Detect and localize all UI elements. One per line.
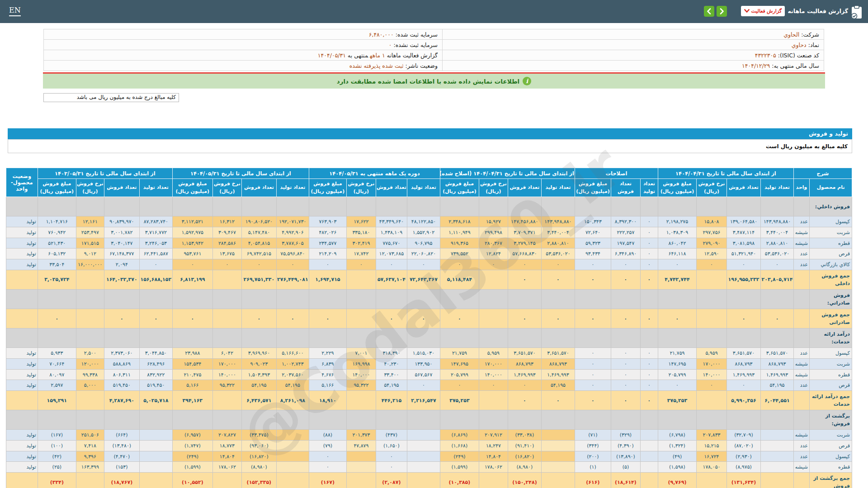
section-empty-cell [346,197,376,216]
value-cell: (۸,۹۸۰) [508,462,541,473]
prev-report-button[interactable] [704,6,714,17]
value-cell: ۲۰۷,۸۳۳ [696,430,726,441]
section-empty-cell [640,410,658,430]
section-empty-cell [793,410,809,430]
value-cell: (۳۳,۴۷۵) [241,430,276,441]
value-cell: ۲,۰۳۷,۵۶۰ [276,369,309,380]
table-row: شربتشیشه۸۶۸,۷۹۳۸۶۸,۷۹۳۱۷۰,۰۰۰۱۴۷,۶۹۵۰۰۰۸… [6,359,852,370]
section-empty-cell [658,328,696,348]
table-row: شربتشیشه۳,۴۴۰,۰۰۴۳,۴۸۷,۱۱۴۲۹۷,۷۵۶۱,۰۳۸,۳… [6,227,852,238]
section-empty-cell [793,328,809,348]
value-cell [212,473,241,488]
value-cell: ۵,۹۵۹ [479,348,508,359]
value-cell: (۱۳,۴۸۰) [104,441,139,451]
section-empty-cell [139,289,172,309]
value-cell: (۱۶۷) [309,473,346,488]
value-cell: ۷۰,۶۶۴ [38,359,76,370]
value-cell: ۰ [309,309,346,328]
value-cell: ۳,۰۴۰,۱۴۷ [104,238,139,249]
value-cell: ۱۹۷,۵۴۷ [611,238,640,249]
column-header: نرخ فروش (ریال) [76,179,104,197]
section-empty-cell [575,328,611,348]
info-label: شرکت: [801,31,819,38]
section-label-cell: برگشت از فروش: [810,410,852,430]
section-empty-cell [172,197,212,216]
value-cell: ۹۵,۳۲۲ [212,380,241,391]
value-cell: ۳۰۲,۴۱۹ [346,238,376,249]
value-cell: (۵) [611,462,640,473]
info-value: ۴۳۲۲۳۰۵ [755,52,776,59]
product-status-cell [6,309,38,328]
value-cell: ۲۸۴,۵۸۶ [212,238,241,249]
column-header: تعداد تولید [640,179,658,197]
value-cell [760,441,793,451]
value-cell: ۴,۲۸۷,۶۹۰ [104,391,139,410]
product-name-cell: کپسول [810,348,852,359]
product-status-cell: تولید [6,451,38,462]
value-cell: (۹۳,۰۶۰) [241,441,276,451]
column-group-header: اصلاحات [575,168,658,179]
value-cell [760,462,793,473]
section-empty-cell [508,410,541,430]
value-cell: ۱۷۰,۰۰۰ [696,359,726,370]
value-cell [346,462,376,473]
value-cell: ۰ [508,259,541,270]
unit-cell: شیشه [793,227,809,238]
value-cell: ۵,۰۲۵,۷۱۸ [139,391,172,410]
column-header: تعداد فروش [508,179,541,197]
value-cell: (۳۲,۷۰۹) [726,430,760,441]
info-label: گزارش فعالیت ماهانه [387,52,438,59]
value-cell [212,270,241,289]
value-cell [541,473,575,488]
report-type-label: گزارش فعالیت [751,8,782,14]
value-cell: ۱۸,۹۱۰ [309,391,346,410]
value-cell: ۹۰۹,۰۲۳ [241,359,276,370]
column-header: مبلغ فروش (میلیون ریال) [658,179,696,197]
value-cell: ۳,۶۵۱,۵۷۰ [541,348,575,359]
section-empty-cell [309,410,346,430]
value-cell: ۰ [575,270,611,289]
product-name-cell: جمع برگشت از فروش [810,473,852,488]
info-label: سرمایه ثبت نشده: [394,42,438,48]
section-empty-cell [6,197,38,216]
column-header: تعداد فروش [241,179,276,197]
info-row: شرکت:الحاويسرمایه ثبت شده:۶,۴۸۰,۰۰۰ [44,29,824,40]
value-cell: ۵۷,۶۶۸,۸۳۰ [508,249,541,259]
value-cell: ۱,۵۵۲,۹۰۲ [407,227,440,238]
value-cell: ۰ [376,462,407,473]
value-cell [640,430,658,441]
section-empty-cell [76,289,104,309]
section-empty-cell [6,289,38,309]
language-switch-en[interactable]: EN [9,6,21,16]
value-cell: ۰ [508,391,541,410]
report-type-dropdown[interactable]: گزارش فعالیت [741,6,785,16]
value-cell [139,441,172,451]
value-cell: ۲۳,۹۸۸ [172,348,212,359]
total-row: جمع درآمد ارائه خدمات۶,۰۴۴,۵۵۱۵,۹۹۰,۳۵۶۳… [6,391,852,410]
section-row: برگشت از فروش: [6,410,852,430]
value-cell: (۳۳۴) [38,473,76,488]
info-row: کد صنعت (ISIC):۴۳۲۲۳۰۵گزارش فعالیت ماهان… [44,50,824,61]
value-cell: ۰ [640,369,658,380]
value-cell: (۱۶,۸۲۰) [508,451,541,462]
value-cell [407,441,440,451]
value-cell: ۵,۱۱۸,۴۸۴ [440,270,479,289]
next-report-button[interactable] [717,6,727,17]
value-cell: ۰ [508,380,541,391]
value-cell: ۵۹,۳۲۳ [575,238,611,249]
value-cell: ۰ [640,227,658,238]
info-value: دحاوي [792,42,807,48]
section-empty-cell [508,197,541,216]
value-cell [346,270,376,289]
info-value: ۱ ماهه [370,52,385,59]
value-cell [276,451,309,462]
top-navbar: گزارش فعالیت ماهانه گزارش فعالیت EN [0,0,868,23]
product-name-cell: قرص [810,249,852,259]
value-cell: ۵۸۸,۸۶۹ [104,359,139,370]
section-empty-cell [346,410,376,430]
unit-cell: شیشه [793,369,809,380]
value-cell: ۱,۱۱۰,۹۴۹ [440,227,479,238]
value-cell: (۱۶,۸۲۰) [241,451,276,462]
value-cell: (۶,۹۵۷) [172,430,212,441]
value-cell: ۰ [640,216,658,227]
